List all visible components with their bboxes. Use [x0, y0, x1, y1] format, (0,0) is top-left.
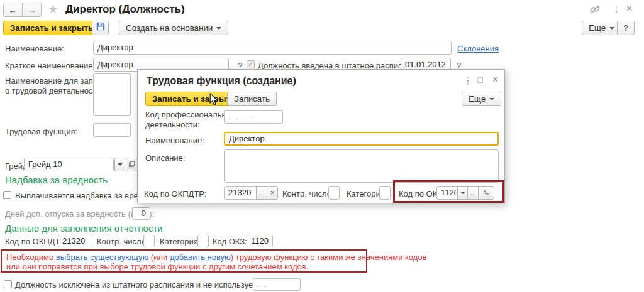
modal-name-input[interactable]: Директор	[224, 132, 499, 146]
help-button[interactable]: ?	[617, 21, 635, 35]
okpdtr-clear-button[interactable]: ×	[267, 186, 278, 200]
prof-code-label-2: деятельности:	[145, 120, 200, 129]
prof-code-input[interactable]: . . - -	[224, 110, 283, 124]
modal-kebab-icon[interactable]: ⋮	[464, 75, 472, 85]
warning-text: (или	[148, 252, 170, 262]
link-icon[interactable]	[590, 4, 600, 16]
page-title: Директор (Должность)	[65, 3, 185, 16]
nav-button-group: ← →	[3, 3, 42, 17]
modal-control-number-label: Контр. число:	[282, 189, 334, 198]
mouse-cursor-icon	[209, 93, 219, 108]
excluded-checkbox[interactable]	[4, 280, 12, 288]
window-kebab-icon[interactable]: ⋮	[612, 4, 621, 14]
excluded-date-input[interactable]: . .	[253, 278, 301, 291]
create-based-on-button[interactable]: Создать на основании	[119, 21, 228, 35]
grade-dropdown-button[interactable]	[114, 158, 125, 171]
grade-open-button[interactable]	[126, 158, 138, 171]
records-name-label-2: о трудовой деятельности:	[5, 86, 103, 95]
harm-days-input[interactable]: 0	[132, 207, 150, 220]
warning-line-1: Необходимо выбрать существующую (или доб…	[6, 252, 427, 262]
more-label: Еще	[589, 21, 606, 35]
description-textarea[interactable]	[224, 149, 499, 183]
excluded-label: Должность исключена из штатного расписан…	[15, 280, 289, 289]
category-input[interactable]	[197, 235, 209, 247]
warning-text: Необходимо	[6, 252, 56, 262]
open-form-icon	[128, 161, 135, 169]
modal-more-label: Еще	[469, 92, 486, 105]
clear-icon: ×	[270, 188, 274, 197]
okz-label: Код ОКЗ:	[213, 237, 247, 246]
modal-okpdtr-input[interactable]: 21320	[224, 186, 257, 200]
okpdtr-input[interactable]: 21320	[58, 235, 92, 247]
floppy-icon	[96, 21, 105, 35]
favorite-star-icon[interactable]: ★	[48, 2, 58, 16]
modal-more-button[interactable]: Еще	[462, 92, 501, 106]
save-button[interactable]	[92, 21, 109, 35]
labor-function-modal: Трудовая функция (создание) ⋮ □ × Записа…	[137, 69, 505, 203]
modal-name-label: Наименование:	[145, 136, 204, 145]
okz-input[interactable]: 1120	[247, 235, 273, 247]
check-icon: ✓	[248, 61, 253, 68]
create-based-on-label: Создать на основании	[126, 21, 213, 35]
okpdtr-lookup-button[interactable]: ...	[256, 186, 267, 200]
staffing-checkbox[interactable]: ✓	[247, 60, 255, 68]
records-name-textarea[interactable]	[93, 73, 131, 116]
back-button[interactable]: ←	[3, 3, 23, 17]
chevron-down-icon	[216, 27, 221, 30]
modal-maximize-icon[interactable]: □	[477, 75, 482, 85]
more-button[interactable]: Еще	[582, 21, 621, 35]
name-label: Наименование:	[5, 44, 64, 53]
declensions-link[interactable]: Склонения	[457, 44, 499, 53]
harm-checkbox[interactable]	[3, 191, 11, 199]
chevron-down-icon	[609, 27, 614, 30]
modal-control-number-input[interactable]	[328, 186, 340, 200]
save-close-button[interactable]: Записать и закрыть	[3, 21, 100, 35]
chevron-down-icon	[489, 98, 494, 100]
window-close-icon[interactable]: ×	[626, 3, 632, 14]
report-section-header: Данные для заполнения отчетности	[5, 223, 163, 234]
labor-function-input[interactable]	[93, 123, 131, 137]
ellipsis-icon: ...	[258, 189, 264, 197]
short-name-label: Краткое наименование:	[5, 61, 95, 70]
prof-code-label: Код профессиональной	[145, 110, 235, 119]
name-input[interactable]: Директор	[93, 41, 452, 55]
modal-title: Трудовая функция (создание)	[147, 75, 296, 87]
warning-box: Необходимо выбрать существующую (или доб…	[1, 249, 367, 273]
add-new-link[interactable]: добавить новую	[170, 252, 231, 262]
labor-function-label: Трудовая функция:	[5, 127, 77, 136]
harm-section-header: Надбавка за вредность	[5, 175, 108, 185]
category-label: Категория:	[160, 237, 200, 246]
warning-line-2: или они поправятся при выборе трудовой ф…	[6, 262, 308, 271]
modal-close-icon[interactable]: ×	[492, 74, 498, 85]
choose-existing-link[interactable]: выбрать существующую	[56, 252, 148, 262]
warning-text: ) трудовую функцию с такими же значениям…	[231, 252, 427, 262]
grade-input[interactable]: Грейд 10	[24, 158, 114, 171]
modal-okpdtr-label: Код по ОКПДТР:	[144, 189, 206, 198]
description-label: Описание:	[145, 153, 185, 163]
modal-category-input[interactable]	[379, 186, 391, 200]
okz-highlight-box	[393, 180, 504, 203]
control-number-input[interactable]	[143, 235, 155, 247]
modal-save-button[interactable]: Записать	[227, 92, 277, 106]
control-number-label: Контр. число:	[97, 237, 148, 246]
chevron-down-icon	[118, 163, 123, 166]
forward-button[interactable]: →	[22, 3, 42, 17]
